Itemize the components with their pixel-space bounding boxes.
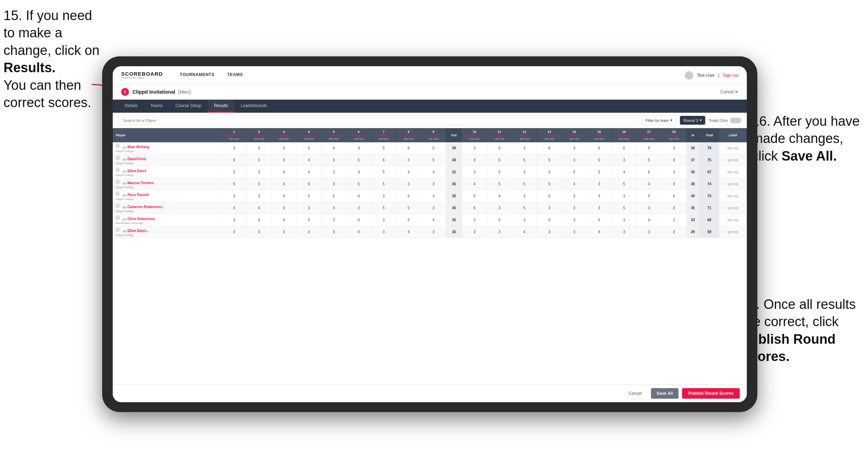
score-hole-5[interactable]: 3 bbox=[321, 178, 346, 190]
score-hole-15[interactable]: 3 bbox=[587, 202, 612, 214]
score-hole-7[interactable]: 3 bbox=[371, 226, 396, 238]
tab-leaderboards[interactable]: Leaderboards bbox=[234, 100, 273, 113]
score-hole-2[interactable]: 4 bbox=[247, 214, 272, 226]
wd-label[interactable]: WD bbox=[727, 170, 733, 174]
score-hole-4[interactable]: 4 bbox=[296, 166, 321, 178]
search-input[interactable] bbox=[118, 116, 638, 125]
score-hole-1[interactable]: 3 bbox=[222, 226, 247, 238]
score-hole-6[interactable]: 3 bbox=[346, 166, 371, 178]
score-hole-15[interactable]: 5 bbox=[587, 154, 612, 166]
score-hole-17[interactable]: 3 bbox=[637, 226, 662, 238]
publish-round-scores-button[interactable]: Publish Round Scores bbox=[682, 388, 740, 399]
score-hole-3[interactable]: 4 bbox=[272, 190, 297, 202]
score-table-container[interactable]: Player 1PAR 4370 YDS 2PAR 5511 YDS 3PAR … bbox=[113, 128, 747, 384]
tab-teams[interactable]: Teams bbox=[144, 100, 169, 113]
dq-label[interactable]: DQ bbox=[734, 230, 739, 234]
score-hole-5[interactable]: 3 bbox=[321, 214, 346, 226]
toggle-switch[interactable] bbox=[730, 118, 741, 123]
score-hole-2[interactable]: 3 bbox=[247, 226, 272, 238]
score-hole-11[interactable]: 3 bbox=[487, 226, 512, 238]
score-hole-10[interactable]: 4 bbox=[462, 178, 487, 190]
score-hole-4[interactable]: 5 bbox=[296, 214, 321, 226]
score-hole-9[interactable]: 5 bbox=[421, 142, 446, 154]
score-hole-5[interactable]: 3 bbox=[321, 226, 346, 238]
score-hole-14[interactable]: 5 bbox=[562, 166, 587, 178]
wd-label[interactable]: WD bbox=[727, 182, 733, 186]
score-hole-9[interactable]: 3 bbox=[421, 190, 446, 202]
score-hole-11[interactable]: 5 bbox=[487, 166, 512, 178]
score-hole-11[interactable]: 5 bbox=[487, 214, 512, 226]
score-hole-17[interactable]: 5 bbox=[637, 154, 662, 166]
score-hole-18[interactable]: 3 bbox=[662, 226, 687, 238]
score-hole-2[interactable]: 3 bbox=[247, 154, 272, 166]
score-hole-1[interactable]: 3 bbox=[222, 190, 247, 202]
score-hole-14[interactable]: 3 bbox=[562, 142, 587, 154]
score-hole-10[interactable]: 6 bbox=[462, 202, 487, 214]
score-hole-15[interactable]: 4 bbox=[587, 190, 612, 202]
tab-results[interactable]: Results bbox=[207, 100, 234, 113]
score-hole-14[interactable]: 3 bbox=[562, 202, 587, 214]
score-hole-7[interactable]: 3 bbox=[371, 190, 396, 202]
score-hole-9[interactable]: 3 bbox=[421, 226, 446, 238]
score-hole-18[interactable]: 3 bbox=[662, 154, 687, 166]
score-hole-13[interactable]: 5 bbox=[537, 190, 562, 202]
score-hole-12[interactable]: 5 bbox=[512, 202, 537, 214]
score-hole-13[interactable]: 3 bbox=[537, 202, 562, 214]
score-hole-9[interactable]: 3 bbox=[421, 178, 446, 190]
score-hole-6[interactable]: 3 bbox=[346, 142, 371, 154]
score-hole-12[interactable]: 3 bbox=[512, 166, 537, 178]
score-hole-9[interactable]: 4 bbox=[421, 214, 446, 226]
tab-details[interactable]: Details bbox=[118, 100, 144, 113]
dq-label[interactable]: DQ bbox=[734, 158, 739, 162]
wd-label[interactable]: WD bbox=[727, 194, 733, 198]
score-hole-1[interactable]: 3 bbox=[222, 214, 247, 226]
score-hole-8[interactable]: 6 bbox=[396, 142, 421, 154]
score-hole-13[interactable]: 5 bbox=[537, 154, 562, 166]
dq-label[interactable]: DQ bbox=[734, 218, 739, 222]
score-hole-17[interactable]: 4 bbox=[637, 214, 662, 226]
score-label[interactable]: WD DQ bbox=[719, 154, 747, 166]
score-hole-9[interactable]: 3 bbox=[421, 202, 446, 214]
signout-link[interactable]: Sign out bbox=[723, 73, 738, 78]
score-hole-7[interactable]: 5 bbox=[371, 142, 396, 154]
score-hole-16[interactable]: 6 bbox=[612, 142, 637, 154]
score-hole-14[interactable]: 3 bbox=[562, 226, 587, 238]
score-hole-3[interactable]: 5 bbox=[272, 142, 297, 154]
score-hole-5[interactable]: 3 bbox=[321, 166, 346, 178]
score-hole-16[interactable]: 4 bbox=[612, 166, 637, 178]
score-hole-6[interactable]: 4 bbox=[346, 226, 371, 238]
totals-only-toggle[interactable]: Totals Only bbox=[709, 118, 741, 123]
score-hole-8[interactable]: 5 bbox=[396, 214, 421, 226]
score-hole-4[interactable]: 3 bbox=[296, 202, 321, 214]
score-hole-11[interactable]: 5 bbox=[487, 154, 512, 166]
score-hole-4[interactable]: 5 bbox=[296, 178, 321, 190]
score-hole-14[interactable]: 4 bbox=[562, 178, 587, 190]
score-hole-17[interactable]: 4 bbox=[637, 178, 662, 190]
round-select[interactable]: Round 3 ▾ bbox=[680, 116, 705, 125]
score-hole-7[interactable]: 5 bbox=[371, 166, 396, 178]
score-hole-7[interactable]: 5 bbox=[371, 178, 396, 190]
score-hole-8[interactable]: 3 bbox=[396, 178, 421, 190]
score-hole-18[interactable]: 3 bbox=[662, 214, 687, 226]
score-hole-9[interactable]: 3 bbox=[421, 166, 446, 178]
score-hole-8[interactable]: 4 bbox=[396, 226, 421, 238]
score-hole-3[interactable]: 4 bbox=[272, 166, 297, 178]
score-hole-17[interactable]: 4 bbox=[637, 202, 662, 214]
score-hole-18[interactable]: 3 bbox=[662, 166, 687, 178]
score-hole-2[interactable]: 3 bbox=[247, 166, 272, 178]
score-hole-15[interactable]: 4 bbox=[587, 226, 612, 238]
score-hole-11[interactable]: 4 bbox=[487, 190, 512, 202]
score-hole-5[interactable]: 5 bbox=[321, 190, 346, 202]
cancel-button[interactable]: Cancel bbox=[623, 388, 647, 399]
score-hole-3[interactable]: 5 bbox=[272, 202, 297, 214]
score-hole-3[interactable]: 4 bbox=[272, 214, 297, 226]
score-hole-1[interactable]: 3 bbox=[222, 142, 247, 154]
wd-label[interactable]: WD bbox=[727, 230, 733, 234]
score-hole-14[interactable]: 3 bbox=[562, 214, 587, 226]
tab-course-setup[interactable]: Course Setup bbox=[169, 100, 207, 113]
score-hole-13[interactable]: 3 bbox=[537, 166, 562, 178]
score-hole-6[interactable]: 5 bbox=[346, 154, 371, 166]
score-hole-17[interactable]: 5 bbox=[637, 142, 662, 154]
score-label[interactable]: WD DQ bbox=[719, 178, 747, 190]
score-hole-14[interactable]: 3 bbox=[562, 190, 587, 202]
